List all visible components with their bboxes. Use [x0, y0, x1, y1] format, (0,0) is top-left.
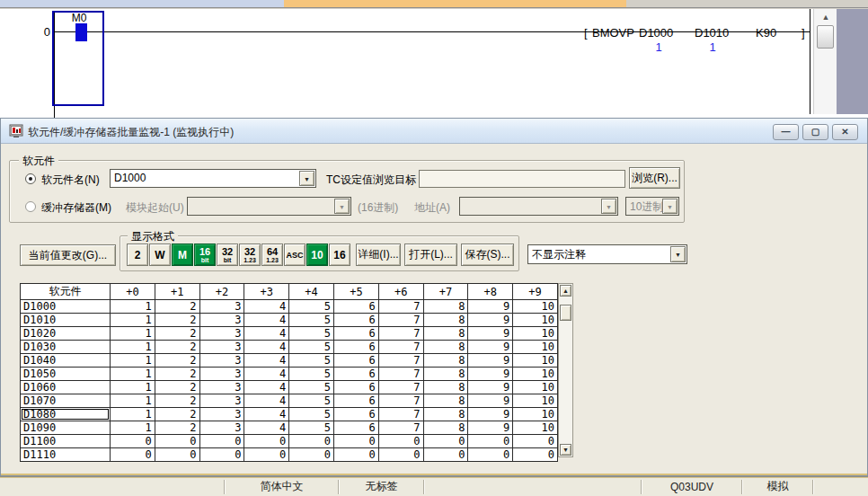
minimize-button[interactable]: —: [773, 124, 799, 140]
value-cell[interactable]: 7: [378, 394, 423, 408]
value-cell[interactable]: 10: [513, 421, 558, 435]
value-cell[interactable]: 5: [289, 381, 334, 394]
instruction-operand-2[interactable]: D1010: [695, 26, 729, 40]
instruction-operand-1[interactable]: D1000: [639, 26, 673, 40]
value-cell[interactable]: 7: [378, 341, 423, 354]
value-cell[interactable]: 0: [378, 448, 423, 462]
value-cell[interactable]: 7: [378, 421, 423, 435]
value-cell[interactable]: 8: [423, 381, 468, 394]
value-cell[interactable]: 6: [333, 408, 378, 421]
device-name-radio[interactable]: [25, 173, 36, 184]
format-64real-button[interactable]: 641.23: [261, 244, 283, 266]
value-cell[interactable]: 0: [513, 448, 558, 462]
value-cell[interactable]: 2: [155, 341, 199, 354]
value-cell[interactable]: 0: [244, 435, 289, 448]
value-cell[interactable]: 5: [289, 300, 334, 314]
format-32bit-button[interactable]: 32bit: [217, 244, 238, 266]
browse-button[interactable]: 浏览(R)...: [629, 167, 680, 189]
value-cell[interactable]: 0: [289, 448, 334, 462]
ladder-scrollbar-thumb[interactable]: [817, 25, 834, 49]
value-cell[interactable]: 6: [333, 381, 378, 394]
value-cell[interactable]: 6: [333, 341, 378, 354]
value-cell[interactable]: 9: [468, 368, 513, 381]
value-cell[interactable]: 7: [378, 354, 423, 368]
format-decimal-button[interactable]: 10: [306, 244, 328, 266]
instruction-opcode[interactable]: BMOVP: [592, 26, 634, 40]
close-button[interactable]: ✕: [832, 124, 858, 140]
device-cell[interactable]: D1080: [21, 408, 111, 421]
format-multipoint-button[interactable]: M: [172, 244, 193, 266]
value-cell[interactable]: 4: [244, 341, 289, 354]
device-name-combo[interactable]: D1000 ▼: [110, 169, 316, 188]
value-cell[interactable]: 4: [244, 327, 289, 341]
change-current-value-button[interactable]: 当前值更改(G)...: [20, 244, 116, 266]
tc-target-field[interactable]: [419, 170, 625, 188]
value-cell[interactable]: 7: [378, 327, 423, 341]
value-cell[interactable]: 5: [289, 341, 334, 354]
comment-display-combo[interactable]: 不显示注释 ▼: [527, 244, 687, 264]
value-cell[interactable]: 9: [468, 327, 513, 341]
device-cell[interactable]: D1030: [21, 341, 111, 354]
value-cell[interactable]: 4: [244, 354, 289, 368]
value-cell[interactable]: 10: [513, 408, 558, 421]
ladder-vertical-scrollbar[interactable]: ▲: [813, 9, 837, 114]
maximize-button[interactable]: ▢: [802, 124, 828, 140]
value-cell[interactable]: 10: [513, 354, 558, 368]
contact-on-state-block[interactable]: [75, 23, 87, 41]
save-button[interactable]: 保存(S)...: [461, 244, 514, 266]
value-cell[interactable]: 0: [423, 448, 468, 462]
format-32real-button[interactable]: 321.23: [239, 244, 261, 266]
value-cell[interactable]: 0: [289, 435, 334, 448]
value-cell[interactable]: 9: [468, 408, 513, 421]
value-cell[interactable]: 8: [423, 341, 468, 354]
value-cell[interactable]: 8: [423, 314, 468, 327]
value-cell[interactable]: 5: [289, 354, 334, 368]
buffer-memory-radio[interactable]: [25, 201, 36, 212]
value-cell[interactable]: 5: [289, 408, 334, 421]
value-cell[interactable]: 4: [244, 381, 289, 394]
value-cell[interactable]: 6: [333, 354, 378, 368]
value-cell[interactable]: 0: [111, 435, 155, 448]
device-cell[interactable]: D1010: [21, 314, 111, 327]
value-cell[interactable]: 2: [155, 394, 199, 408]
value-cell[interactable]: 7: [378, 368, 423, 381]
value-cell[interactable]: 4: [244, 408, 289, 421]
value-cell[interactable]: 1: [111, 394, 155, 408]
value-cell[interactable]: 9: [468, 421, 513, 435]
value-cell[interactable]: 10: [513, 300, 558, 314]
chevron-down-icon[interactable]: ▼: [670, 246, 686, 262]
value-cell[interactable]: 0: [468, 435, 513, 448]
value-cell[interactable]: 5: [289, 394, 334, 408]
value-cell[interactable]: 1: [111, 368, 155, 381]
device-cell[interactable]: D1000: [21, 300, 111, 314]
value-cell[interactable]: 3: [199, 394, 244, 408]
value-cell[interactable]: 1: [111, 300, 155, 314]
open-button[interactable]: 打开(L)...: [404, 244, 457, 266]
value-cell[interactable]: 3: [199, 381, 244, 394]
value-cell[interactable]: 9: [468, 381, 513, 394]
format-hexadecimal-button[interactable]: 16: [329, 244, 350, 266]
value-cell[interactable]: 0: [423, 435, 468, 448]
value-cell[interactable]: 3: [199, 314, 244, 327]
value-cell[interactable]: 0: [378, 435, 423, 448]
detail-button[interactable]: 详细(I)...: [356, 244, 401, 266]
value-cell[interactable]: 3: [199, 327, 244, 341]
value-cell[interactable]: 0: [468, 448, 513, 462]
value-cell[interactable]: 1: [111, 421, 155, 435]
value-cell[interactable]: 2: [155, 300, 199, 314]
value-cell[interactable]: 0: [513, 435, 558, 448]
value-cell[interactable]: 5: [289, 314, 334, 327]
device-cell[interactable]: D1040: [21, 354, 111, 368]
ladder-editor[interactable]: 0 M0 [ BMOVP D1000 D1010 K90 ] 1 1 ▲: [0, 9, 868, 118]
value-cell[interactable]: 8: [423, 300, 468, 314]
value-cell[interactable]: 3: [199, 421, 244, 435]
value-cell[interactable]: 4: [244, 421, 289, 435]
value-cell[interactable]: 7: [378, 314, 423, 327]
value-cell[interactable]: 8: [423, 408, 468, 421]
value-cell[interactable]: 1: [111, 381, 155, 394]
value-cell[interactable]: 4: [244, 394, 289, 408]
value-cell[interactable]: 2: [155, 314, 199, 327]
value-cell[interactable]: 1: [111, 327, 155, 341]
value-cell[interactable]: 0: [333, 435, 378, 448]
value-cell[interactable]: 1: [111, 341, 155, 354]
